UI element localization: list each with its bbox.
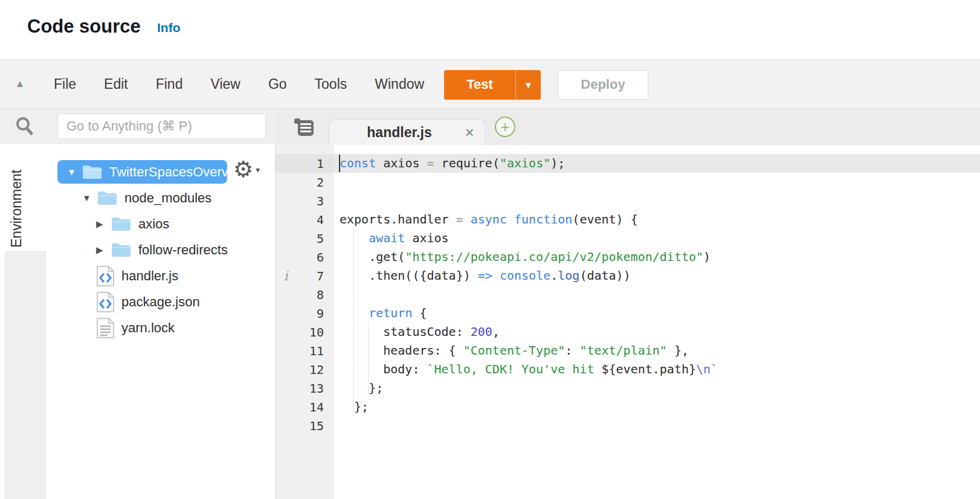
line-number: 15 <box>296 419 334 433</box>
chevron-down-icon: ▼ <box>524 80 533 90</box>
gutter-line-8: 8 <box>276 285 334 304</box>
tree-item-node-modules[interactable]: ▼node_modules <box>46 185 275 211</box>
goto-anything-input[interactable] <box>57 114 266 139</box>
code-line-12[interactable]: body: `Hello, CDK! You've hit ${event.pa… <box>340 360 980 379</box>
test-button[interactable]: Test <box>444 70 515 100</box>
menu-tools[interactable]: Tools <box>301 76 361 92</box>
search-icon <box>15 116 35 139</box>
tree-item-follow-redirects[interactable]: ▶follow-redirects <box>46 237 275 263</box>
tree-item-handler-js[interactable]: handler.js <box>46 263 275 289</box>
menu-edit[interactable]: Edit <box>90 76 142 92</box>
line-number: 13 <box>296 381 334 396</box>
code-line-10[interactable]: statusCode: 200, <box>340 323 980 341</box>
close-tab-icon[interactable]: × <box>454 123 485 142</box>
token-pl: statusCode: <box>340 324 471 339</box>
code-line-6[interactable]: .get("https://pokeapi.co/api/v2/pokemon/… <box>340 248 980 266</box>
code-editor: 123456i789101112131415 const axios = req… <box>276 145 980 499</box>
folder-icon <box>111 216 132 232</box>
token-pl <box>492 268 500 283</box>
tree-item-label: node_modules <box>124 190 211 206</box>
menu-view[interactable]: View <box>196 76 254 92</box>
menu-file[interactable]: File <box>40 76 90 92</box>
gear-icon: ⚙ <box>233 158 253 181</box>
caret-right-icon[interactable]: ▶ <box>96 245 111 256</box>
deploy-button[interactable]: Deploy <box>558 70 648 100</box>
gutter-line-14: 14 <box>276 398 334 416</box>
token-str: `Hello, CDK! You've hit <box>427 362 602 376</box>
indent-guide <box>353 229 354 416</box>
gutter-line-5: 5 <box>276 229 334 248</box>
lambda-code-source-panel: Code source Info ▲ FileEditFindViewGoToo… <box>0 0 980 499</box>
token-str: "https://pokeapi.co/api/v2/pokemon/ditto… <box>405 250 703 264</box>
tree-item-package-json[interactable]: package.json <box>46 289 275 315</box>
tree-item-yarn-lock[interactable]: yarn.lock <box>46 315 275 341</box>
gutter-line-12: 12 <box>276 360 334 379</box>
code-line-3[interactable] <box>340 192 980 210</box>
code-line-15[interactable] <box>340 416 980 435</box>
token-pl: (data)) <box>579 268 630 283</box>
gutter-line-11: 11 <box>276 341 334 360</box>
code-file-icon <box>96 265 115 287</box>
gutter-line-1: 1 <box>276 154 334 173</box>
file-tree: ▼TwitterSpacesOverv▼node_modules▶axios▶f… <box>46 144 276 499</box>
gutter-line-3: 3 <box>276 192 334 210</box>
code-line-13[interactable]: }; <box>340 379 980 398</box>
token-kw: return <box>369 306 412 320</box>
token-pl: , <box>492 324 500 339</box>
token-pl: require( <box>434 156 500 170</box>
tree-item-label: handler.js <box>121 268 178 284</box>
code-line-9[interactable]: return { <box>340 304 980 323</box>
new-tab-button[interactable]: + <box>495 117 515 137</box>
open-files-menu-button[interactable] <box>294 117 315 140</box>
code-line-1[interactable]: const axios = require("axios"); <box>334 154 980 173</box>
test-dropdown-button[interactable]: ▼ <box>515 70 541 100</box>
info-annotation-icon: i <box>276 269 296 283</box>
token-pl: }, <box>667 343 689 358</box>
token-pl: { <box>412 306 427 320</box>
line-number: 8 <box>296 288 334 302</box>
tab-label: handler.js <box>329 124 454 141</box>
caret-right-icon[interactable]: ▶ <box>96 219 111 230</box>
line-number: 3 <box>296 194 334 208</box>
code-line-2[interactable] <box>340 173 980 192</box>
token-pl <box>507 212 514 227</box>
line-number: 12 <box>296 362 334 377</box>
tab-environment[interactable]: Environment <box>0 144 46 251</box>
menu-find[interactable]: Find <box>142 76 197 92</box>
gutter-line-6: 6 <box>276 248 334 266</box>
indent-guide <box>368 323 369 398</box>
tab-handler-js[interactable]: handler.js × <box>329 119 486 145</box>
menu-go[interactable]: Go <box>254 76 301 92</box>
line-number: 10 <box>296 325 334 340</box>
token-pl: exports.handler <box>340 212 456 227</box>
code-line-5[interactable]: await axios <box>340 229 980 248</box>
page-title: Code source <box>27 16 141 37</box>
token-esc: \n <box>696 362 711 376</box>
tree-settings-button[interactable]: ⚙ ▾ <box>233 158 260 181</box>
open-files-icon <box>294 117 315 137</box>
code-line-11[interactable]: headers: { "Content-Type": "text/plain" … <box>340 341 980 360</box>
code-file-icon <box>96 291 115 313</box>
collapse-editor-button[interactable]: ▲ <box>0 78 40 90</box>
code-area[interactable]: const axios = require("axios");exports.h… <box>334 145 980 499</box>
tree-item-axios[interactable]: ▶axios <box>46 211 275 237</box>
code-line-8[interactable] <box>340 285 980 304</box>
token-pl <box>463 212 471 227</box>
gutter-line-7: i7 <box>276 266 334 285</box>
caret-down-icon[interactable]: ▼ <box>82 193 97 203</box>
code-line-7[interactable]: .then(({data}) => console.log(data)) <box>340 266 980 285</box>
menu-window[interactable]: Window <box>361 76 438 92</box>
left-tab-strip: Environment <box>0 144 46 499</box>
tree-item-label: package.json <box>121 294 200 310</box>
triangle-up-icon: ▲ <box>15 78 25 89</box>
code-line-4[interactable]: exports.handler = async function(event) … <box>340 210 980 229</box>
caret-down-icon[interactable]: ▼ <box>67 167 82 177</box>
token-pl: axios <box>405 231 448 245</box>
line-number: 5 <box>296 231 334 246</box>
folder-icon <box>111 242 132 258</box>
code-line-14[interactable]: }; <box>340 398 980 416</box>
info-link[interactable]: Info <box>157 21 180 35</box>
token-pl: }; <box>340 399 369 414</box>
folder-icon <box>82 164 103 180</box>
token-pl: : <box>565 343 579 358</box>
